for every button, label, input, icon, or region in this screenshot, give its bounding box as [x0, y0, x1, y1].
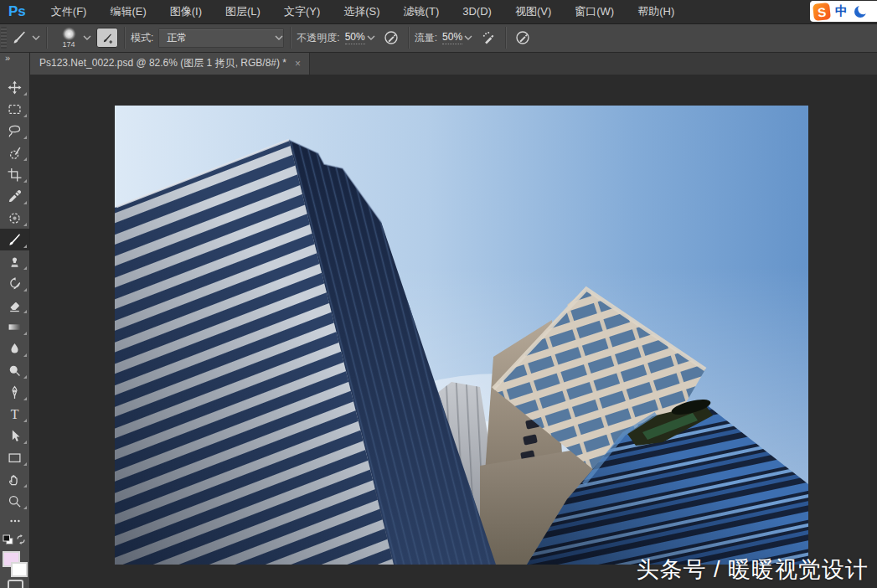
blend-mode-value: 正常: [159, 31, 273, 45]
opacity-label: 不透明度:: [297, 31, 339, 45]
opacity-value[interactable]: 50%: [345, 31, 365, 44]
flyout-corner: [23, 201, 27, 204]
chevron-down-icon: [275, 34, 283, 41]
tool-gradient[interactable]: [0, 316, 29, 338]
default-colors-icon[interactable]: [3, 534, 13, 545]
crescent-moon-icon[interactable]: [853, 4, 868, 19]
move-icon: [8, 80, 22, 95]
flyout-corner: [23, 136, 27, 139]
menu-item-4[interactable]: 文字(Y): [272, 0, 332, 23]
options-grip: [1, 27, 7, 49]
tool-path-selection[interactable]: [0, 425, 29, 446]
flow-value[interactable]: 50%: [442, 31, 462, 44]
flyout-corner: [23, 332, 27, 335]
tool-eyedropper[interactable]: [0, 185, 29, 207]
edit-toolbar-button[interactable]: [0, 514, 29, 528]
blend-mode-select[interactable]: 正常: [158, 28, 284, 48]
tool-zoom[interactable]: [0, 490, 29, 512]
eyedropper-icon: [8, 189, 22, 204]
flyout-corner: [23, 462, 27, 466]
tool-lasso[interactable]: [0, 120, 29, 142]
menu-item-10[interactable]: 帮助(H): [626, 0, 686, 23]
chevron-down-icon[interactable]: [367, 34, 375, 41]
flyout-corner: [23, 114, 27, 117]
tools-panel: » T: [0, 52, 30, 588]
menu-item-8[interactable]: 视图(V): [503, 0, 563, 23]
tool-history-brush[interactable]: [0, 272, 29, 294]
brush-panel-toggle-button[interactable]: [96, 28, 118, 48]
tool-eraser[interactable]: [0, 294, 29, 316]
brush-preset-picker[interactable]: 174: [56, 25, 91, 50]
lasso-icon: [8, 124, 22, 138]
tablet-pressure-opacity-icon[interactable]: [380, 27, 402, 49]
tool-rectangular-marquee[interactable]: [0, 98, 29, 120]
pen-icon: [8, 385, 22, 400]
document-tab[interactable]: Ps123.Net_0022.psd @ 82.6% (图层 1 拷贝, RGB…: [29, 52, 310, 75]
menu-item-1[interactable]: 编辑(E): [98, 0, 157, 23]
flyout-corner: [23, 441, 27, 444]
tool-dodge[interactable]: [0, 359, 29, 381]
tool-move[interactable]: [0, 76, 29, 98]
tool-healing-brush[interactable]: [0, 207, 29, 229]
menu-item-6[interactable]: 滤镜(T): [392, 0, 451, 23]
clone-stamp-icon: [8, 255, 22, 269]
tool-blur[interactable]: [0, 338, 29, 359]
mode-label: 模式:: [131, 31, 153, 45]
tool-hand[interactable]: [0, 468, 29, 490]
tablet-pressure-smoothing-icon[interactable]: [512, 27, 534, 49]
swap-colors-icon[interactable]: [15, 534, 27, 545]
flyout-corner: [23, 484, 27, 487]
tool-crop[interactable]: [0, 163, 29, 185]
eraser-icon: [8, 298, 22, 312]
flyout-corner: [23, 353, 27, 357]
sogou-ime-icon[interactable]: S: [813, 3, 831, 21]
quick-mask-icon[interactable]: [8, 580, 23, 588]
menu-item-2[interactable]: 图像(I): [158, 0, 214, 23]
color-swatches: [0, 551, 29, 586]
menu-items: 文件(F)编辑(E)图像(I)图层(L)文字(Y)选择(S)滤镜(T)3D(D)…: [39, 0, 686, 23]
history-brush-icon: [8, 276, 22, 291]
blur-icon: [8, 342, 22, 356]
photoshop-window: Ps 文件(F)编辑(E)图像(I)图层(L)文字(Y)选择(S)滤镜(T)3D…: [0, 0, 877, 588]
tab-close-icon[interactable]: ×: [295, 58, 301, 70]
path-selection-icon: [8, 429, 22, 443]
flyout-corner: [23, 223, 27, 226]
tool-clone-stamp[interactable]: [0, 250, 29, 272]
crop-icon: [8, 168, 22, 182]
ime-toolbar[interactable]: S 中: [810, 1, 877, 22]
menu-item-0[interactable]: 文件(F): [39, 0, 99, 23]
flyout-corner: [23, 179, 27, 183]
brush-tool-preset-icon[interactable]: [8, 27, 30, 49]
separator: [124, 27, 125, 49]
tool-quick-selection[interactable]: [0, 142, 29, 163]
chevron-down-icon[interactable]: [32, 34, 40, 41]
flyout-corner: [23, 266, 27, 270]
zoom-icon: [8, 494, 22, 508]
tools-list: T: [0, 76, 29, 512]
soft-brush-thumbnail: [62, 27, 76, 41]
tool-pen[interactable]: [0, 381, 29, 403]
menu-item-3[interactable]: 图层(L): [214, 0, 272, 23]
tool-rectangle[interactable]: [0, 446, 29, 468]
skyscrapers-photo: [115, 106, 808, 565]
watermark-text: 头条号 / 暖暖视觉设计: [636, 554, 869, 585]
menu-item-5[interactable]: 选择(S): [332, 0, 391, 23]
menu-item-7[interactable]: 3D(D): [451, 0, 503, 23]
flyout-corner: [23, 288, 27, 291]
separator: [46, 27, 47, 49]
flyout-corner: [23, 157, 27, 161]
menu-item-9[interactable]: 窗口(W): [563, 0, 626, 23]
ime-language-indicator[interactable]: 中: [835, 3, 848, 19]
tool-brush[interactable]: [0, 229, 29, 250]
chevron-down-icon[interactable]: [83, 34, 91, 41]
airbrush-icon[interactable]: [477, 27, 499, 49]
separator: [408, 27, 409, 49]
background-color-swatch[interactable]: [11, 562, 28, 577]
tool-type[interactable]: T: [0, 403, 29, 425]
collapse-panel-button[interactable]: »: [0, 52, 29, 72]
hand-icon: [8, 472, 22, 487]
rectangular-marquee-icon: [8, 102, 22, 116]
chevron-down-icon[interactable]: [464, 34, 472, 41]
canvas-image[interactable]: [115, 106, 808, 565]
separator: [290, 27, 291, 49]
